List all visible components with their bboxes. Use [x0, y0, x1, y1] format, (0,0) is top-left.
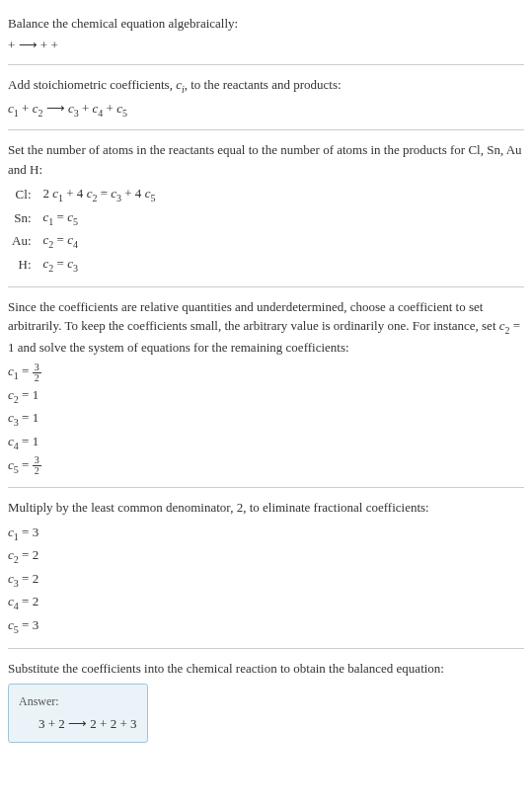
op: =	[19, 617, 33, 632]
answer-equation: 3 + 2 ⟶ 2 + 2 + 3	[19, 714, 137, 734]
section-balance: Balance the chemical equation algebraica…	[8, 8, 524, 60]
list-item: c5 = 32	[8, 454, 524, 478]
list-item: c5 = 3	[8, 614, 524, 638]
coeff-sub: 5	[150, 193, 155, 203]
solve-title: Since the coefficients are relative quan…	[8, 297, 524, 358]
coeff-sub: 3	[73, 263, 78, 274]
list-item: c3 = 1	[8, 407, 524, 431]
op: =	[19, 525, 33, 539]
table-row: Cl: 2 c1 + 4 c2 = c3 + 4 c5	[8, 183, 159, 206]
op: + 4	[63, 186, 87, 201]
list-item: c2 = 1	[8, 384, 524, 408]
list-item: c1 = 3	[8, 522, 524, 545]
stoich-title-pt2: , to the reactants and products:	[185, 77, 342, 92]
op: + 4	[121, 186, 145, 201]
substitute-title: Substitute the coefficients into the che…	[8, 659, 524, 679]
coeff-val: 2	[33, 571, 39, 586]
element-label: Sn:	[8, 206, 39, 230]
atom-eq: c1 = c5	[39, 206, 160, 230]
table-row: H: c2 = c3	[8, 253, 159, 277]
fraction: 32	[33, 455, 41, 476]
coeff-sub: 4	[73, 239, 78, 250]
op: =	[19, 571, 33, 586]
atoms-title: Set the number of atoms in the reactants…	[8, 140, 524, 179]
coeff-sub: 5	[73, 215, 78, 226]
list-item: c3 = 2	[8, 568, 524, 592]
stoich-title: Add stoichiometric coefficients, ci, to …	[8, 75, 524, 97]
coeff-integer-list: c1 = 3 c2 = 2 c3 = 2 c4 = 2 c5 = 3	[8, 522, 524, 638]
coeff-val: 2	[33, 594, 39, 608]
stoich-equation: c1 + c2 ⟶ c3 + c4 + c5	[8, 99, 524, 121]
op: =	[53, 232, 67, 247]
coeff-val: 2	[33, 547, 39, 562]
coeff-val: 1	[33, 434, 39, 448]
divider	[8, 487, 524, 488]
section-solve: Since the coefficients are relative quan…	[8, 291, 524, 484]
plus: +	[103, 101, 116, 116]
op: =	[19, 410, 33, 425]
balance-title: Balance the chemical equation algebraica…	[8, 14, 524, 34]
coeff-sub: 5	[122, 107, 127, 118]
table-row: Au: c2 = c4	[8, 229, 159, 253]
op: =	[19, 434, 33, 448]
op: =	[19, 547, 33, 562]
atom-eq: c2 = c4	[39, 229, 160, 253]
op: =	[19, 457, 33, 472]
solve-title-pt1: Since the coefficients are relative quan…	[8, 299, 499, 334]
frac-den: 2	[33, 373, 41, 383]
divider	[8, 64, 524, 65]
op: =	[19, 387, 33, 402]
atom-equations-table: Cl: 2 c1 + 4 c2 = c3 + 4 c5 Sn: c1 = c5 …	[8, 183, 159, 276]
stoich-title-pt1: Add stoichiometric coefficients,	[8, 77, 176, 92]
list-item: c4 = 2	[8, 591, 524, 614]
answer-box: Answer: 3 + 2 ⟶ 2 + 2 + 3	[8, 684, 148, 743]
op: =	[97, 186, 111, 201]
balance-equation: + ⟶ + +	[8, 36, 524, 55]
element-label: Cl:	[8, 183, 39, 206]
table-row: Sn: c1 = c5	[8, 206, 159, 230]
frac-den: 2	[33, 466, 41, 476]
divider	[8, 648, 524, 649]
op: =	[53, 209, 67, 224]
op: =	[19, 594, 33, 608]
element-label: Au:	[8, 229, 39, 253]
section-stoichiometric: Add stoichiometric coefficients, ci, to …	[8, 69, 524, 125]
divider	[8, 129, 524, 130]
atom-eq: c2 = c3	[39, 253, 160, 277]
coeff-num: 2	[43, 186, 53, 201]
list-item: c2 = 2	[8, 544, 524, 568]
coeff-val: 3	[33, 525, 39, 539]
section-atoms: Set the number of atoms in the reactants…	[8, 134, 524, 282]
coeff-val: 3	[33, 617, 39, 632]
divider	[8, 286, 524, 287]
plus: +	[19, 101, 33, 116]
op: =	[19, 364, 33, 378]
element-label: H:	[8, 253, 39, 277]
op: =	[53, 256, 67, 271]
list-item: c1 = 32	[8, 361, 524, 384]
arrow: ⟶	[42, 101, 68, 116]
list-item: c4 = 1	[8, 431, 524, 454]
section-substitute: Substitute the coefficients into the che…	[8, 653, 524, 749]
answer-label: Answer:	[19, 692, 137, 710]
section-multiply: Multiply by the least common denominator…	[8, 492, 524, 643]
coeff-val: 1	[33, 410, 39, 425]
plus: +	[79, 101, 93, 116]
coeff-solution-list: c1 = 32 c2 = 1 c3 = 1 c4 = 1 c5 = 32	[8, 361, 524, 477]
coeff-val: 1	[33, 387, 39, 402]
atom-eq: 2 c1 + 4 c2 = c3 + 4 c5	[39, 183, 160, 206]
fraction: 32	[33, 363, 41, 383]
multiply-title: Multiply by the least common denominator…	[8, 498, 524, 518]
